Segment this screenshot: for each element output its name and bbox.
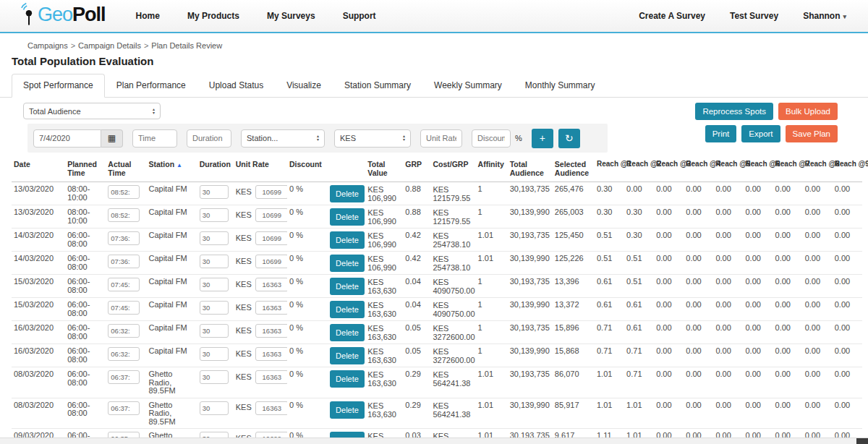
audience-select[interactable]: Total Audience ▴▾ bbox=[23, 103, 161, 119]
cell-affinity: 1 bbox=[476, 205, 508, 229]
duration-cell-input[interactable] bbox=[200, 208, 229, 222]
duration-cell-input[interactable] bbox=[200, 278, 229, 291]
delete-button[interactable]: Delete bbox=[330, 278, 365, 295]
export-button[interactable]: Export bbox=[741, 125, 780, 142]
table-row: 16/03/202006:00-08:00Capital FMKES0 %Del… bbox=[12, 321, 862, 344]
unit-rate-cell-input[interactable] bbox=[255, 208, 287, 222]
bulk-upload-button[interactable]: Bulk Upload bbox=[778, 103, 838, 120]
cell-discount: 0 % bbox=[287, 367, 328, 398]
cell-actual-time bbox=[106, 275, 146, 298]
duration-cell-input[interactable] bbox=[200, 231, 229, 245]
cell-reach-9: 0.00 bbox=[833, 275, 862, 298]
duration-cell-input[interactable] bbox=[200, 255, 229, 268]
cell-reach-5: 0.00 bbox=[713, 252, 743, 275]
unit-rate-cell-input[interactable] bbox=[255, 185, 287, 199]
select-stepper-icon: ▴▾ bbox=[403, 135, 405, 142]
horizontal-scrollbar[interactable] bbox=[0, 437, 868, 444]
cell-actual-time bbox=[106, 344, 146, 367]
nav-item-support[interactable]: Support bbox=[343, 11, 376, 21]
tab-plan-performance[interactable]: Plan Performance bbox=[105, 74, 197, 98]
duration-cell-input[interactable] bbox=[200, 185, 229, 199]
print-button[interactable]: Print bbox=[705, 125, 737, 142]
unit-rate-cell-input[interactable] bbox=[255, 324, 287, 338]
cell-reach-4: 0.00 bbox=[684, 182, 713, 205]
audience-select-value: Total Audience bbox=[29, 107, 148, 116]
cell-station: Capital FM bbox=[146, 205, 197, 229]
delete-button[interactable]: Delete bbox=[330, 255, 365, 272]
duration-cell-input[interactable] bbox=[200, 301, 229, 315]
unit-rate-cell-input[interactable] bbox=[255, 231, 287, 245]
nav-item-create-a-survey[interactable]: Create A Survey bbox=[639, 11, 705, 21]
unit-rate-cell-input[interactable] bbox=[255, 278, 287, 291]
tab-upload-status[interactable]: Upload Status bbox=[197, 74, 275, 98]
nav-item-test-survey[interactable]: Test Survey bbox=[730, 11, 778, 21]
delete-button[interactable]: Delete bbox=[330, 324, 365, 341]
tab-weekly-summary[interactable]: Weekly Summary bbox=[422, 74, 514, 98]
actual-time-input[interactable] bbox=[108, 370, 140, 384]
unit-rate-cell-input[interactable] bbox=[255, 255, 287, 268]
user-menu[interactable]: Shannon▾ bbox=[803, 11, 846, 21]
tab-spot-performance[interactable]: Spot Performance bbox=[12, 74, 105, 98]
nav-item-home[interactable]: Home bbox=[136, 11, 160, 21]
breadcrumb-campaigns[interactable]: Campaigns bbox=[27, 41, 68, 50]
duration-cell-input[interactable] bbox=[200, 324, 229, 338]
unit-rate-cell-input[interactable] bbox=[255, 301, 287, 315]
delete-button[interactable]: Delete bbox=[330, 401, 365, 419]
refresh-button[interactable]: ↻ bbox=[558, 129, 580, 148]
actual-time-input[interactable] bbox=[108, 231, 140, 245]
actual-time-input[interactable] bbox=[108, 347, 140, 361]
percent-label: % bbox=[515, 134, 522, 142]
delete-button[interactable]: Delete bbox=[330, 347, 365, 364]
tab-station-summary[interactable]: Station Summary bbox=[333, 74, 422, 98]
cell-reach-8: 0.00 bbox=[803, 252, 833, 275]
actual-time-input[interactable] bbox=[108, 185, 140, 199]
cell-date: 13/03/2020 bbox=[12, 182, 65, 205]
actual-time-input[interactable] bbox=[108, 301, 140, 315]
delete-button[interactable]: Delete bbox=[330, 370, 365, 388]
actual-time-input[interactable] bbox=[108, 255, 140, 268]
add-spot-button[interactable]: + bbox=[532, 129, 553, 148]
table-row: 13/03/202008:00-10:00Capital FMKES0 %Del… bbox=[12, 205, 862, 229]
tab-monthly-summary[interactable]: Monthly Summary bbox=[514, 74, 607, 98]
unit-rate-cell-input[interactable] bbox=[255, 347, 287, 361]
cell-reach-6: 0.00 bbox=[743, 205, 773, 229]
nav-item-my-surveys[interactable]: My Surveys bbox=[267, 11, 315, 21]
actual-time-input[interactable] bbox=[108, 401, 140, 415]
station-select[interactable]: Station... ▴▾ bbox=[241, 129, 325, 148]
delete-button[interactable]: Delete bbox=[330, 301, 365, 318]
cell-discount: 0 % bbox=[287, 398, 328, 429]
time-input[interactable] bbox=[132, 129, 177, 148]
unit-rate-input[interactable] bbox=[420, 129, 462, 148]
cell-actions: Delete bbox=[328, 298, 365, 321]
unit-rate-cell-input[interactable] bbox=[255, 370, 287, 384]
unit-rate-cell-input[interactable] bbox=[255, 401, 287, 415]
cell-actual-time bbox=[106, 321, 146, 344]
duration-cell-input[interactable] bbox=[200, 347, 229, 361]
date-input[interactable] bbox=[33, 129, 101, 148]
duration-cell-input[interactable] bbox=[200, 370, 229, 384]
geopoll-logo[interactable]: GeoPoll bbox=[20, 2, 106, 30]
delete-button[interactable]: Delete bbox=[330, 231, 365, 249]
reprocess-spots-button[interactable]: Reprocess Spots bbox=[695, 103, 773, 120]
duration-input[interactable] bbox=[187, 129, 231, 148]
breadcrumb: Campaigns>Campaign Details>Plan Details … bbox=[27, 41, 868, 50]
tab-visualize[interactable]: Visualize bbox=[275, 74, 333, 98]
delete-button[interactable]: Delete bbox=[330, 185, 365, 202]
actual-time-input[interactable] bbox=[108, 324, 140, 338]
actual-time-input[interactable] bbox=[108, 208, 140, 222]
col-header-station[interactable]: Station▲ bbox=[146, 158, 197, 182]
breadcrumb-campaign-details[interactable]: Campaign Details bbox=[78, 41, 141, 50]
nav-item-my-products[interactable]: My Products bbox=[187, 11, 239, 21]
actual-time-input[interactable] bbox=[108, 278, 140, 291]
cell-reach-5: 0.00 bbox=[713, 205, 743, 229]
duration-cell-input[interactable] bbox=[200, 401, 229, 415]
currency-select[interactable]: KES ▴▾ bbox=[334, 129, 411, 148]
cell-reach-9: 0.00 bbox=[833, 298, 862, 321]
discount-input[interactable] bbox=[472, 129, 511, 148]
calendar-button[interactable]: ▦ bbox=[101, 129, 123, 148]
save-plan-button[interactable]: Save Plan bbox=[786, 125, 838, 142]
cell-reach-6: 0.00 bbox=[743, 367, 773, 398]
scrollbar-thumb[interactable] bbox=[856, 438, 868, 444]
cell-actual-time bbox=[106, 252, 146, 275]
delete-button[interactable]: Delete bbox=[330, 208, 365, 226]
